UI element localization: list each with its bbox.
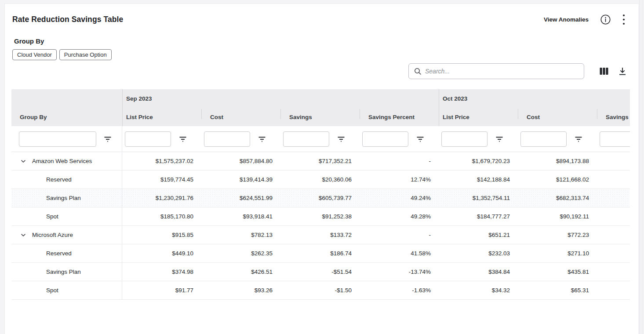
value-cell: $139,414.39: [201, 171, 280, 189]
column-filter-input[interactable]: [441, 131, 488, 147]
value-cell: $159,774.45: [122, 171, 201, 189]
value-cell: -13.74%: [360, 263, 439, 281]
toolbar-icons: [599, 66, 627, 76]
value-cell: [597, 263, 630, 281]
value-cell: $133.72: [280, 226, 360, 244]
column-header[interactable]: Savings Percent: [360, 108, 439, 126]
value-cell: $682,313.74: [518, 189, 597, 207]
group-by-section: Group By Cloud Vendor Purchase Option: [14, 37, 638, 60]
filter-icon[interactable]: [178, 134, 187, 143]
vertical-scrollbar[interactable]: [639, 0, 643, 334]
table-row: Savings Plan$1,230,291.76$624,551.99$605…: [11, 189, 630, 207]
value-cell: -$51.54: [280, 263, 360, 281]
value-cell: $857,884.80: [201, 152, 280, 170]
month-group-label: Sep 2023: [126, 95, 152, 102]
value-cell: $605,739.77: [280, 189, 360, 207]
value-cell: $184,777.27: [439, 207, 518, 225]
value-cell: $262.35: [201, 244, 280, 262]
value-cell: $374.98: [122, 263, 201, 281]
value-cell: [597, 171, 630, 189]
group-by-span-cell: [11, 89, 122, 108]
column-filter-input[interactable]: [204, 131, 250, 147]
column-filter-input[interactable]: [520, 131, 567, 147]
value-cell: 12.74%: [360, 171, 439, 189]
row-label: Spot: [46, 287, 58, 294]
savings-table: Sep 2023Oct 2023 Group By List PriceCost…: [11, 89, 630, 300]
filter-cell: [360, 131, 439, 147]
value-cell: $1,575,237.02: [122, 152, 201, 170]
value-cell: $91.77: [122, 281, 201, 299]
filter-icon[interactable]: [416, 134, 425, 143]
value-cell: [597, 152, 630, 170]
value-cell: -$1.50: [280, 281, 360, 299]
info-icon[interactable]: [600, 14, 611, 25]
value-cell: $90,192.11: [518, 207, 597, 225]
value-cell: $93,918.41: [201, 207, 280, 225]
value-cell: $20,360.06: [280, 171, 360, 189]
column-header[interactable]: Cost: [201, 108, 280, 126]
table-row: Reserved$159,774.45$139,414.39$20,360.06…: [11, 171, 630, 189]
filter-cell: [122, 131, 201, 147]
value-cell: $142,188.84: [439, 171, 518, 189]
row-label: Reserved: [46, 250, 72, 257]
download-icon[interactable]: [618, 66, 627, 76]
row-label: Reserved: [46, 176, 72, 183]
column-filter-input[interactable]: [362, 131, 408, 147]
row-label: Savings Plan: [46, 269, 81, 275]
value-cell: $91,252.38: [280, 207, 360, 225]
row-label: Spot: [46, 213, 58, 220]
chip-purchase-option[interactable]: Purchase Option: [59, 49, 112, 60]
table-header: Sep 2023Oct 2023 Group By List PriceCost…: [11, 89, 630, 126]
card-header: Rate Reduction Savings Table View Anomal…: [5, 4, 638, 25]
column-header[interactable]: List Price: [439, 108, 518, 126]
table-row: Spot$185,170.80$93,918.41$91,252.3849.28…: [11, 207, 630, 226]
value-cell: $449.10: [122, 244, 201, 262]
chevron-down-icon[interactable]: [20, 232, 26, 238]
value-cell: $651.21: [439, 226, 518, 244]
page-title: Rate Reduction Savings Table: [12, 15, 123, 24]
search-box[interactable]: [408, 63, 584, 79]
row-label: Savings Plan: [46, 195, 81, 201]
value-cell: $232.03: [439, 244, 518, 262]
value-cell: $121,668.02: [518, 171, 597, 189]
filter-icon[interactable]: [258, 134, 266, 143]
filter-cell: [597, 131, 630, 147]
column-header[interactable]: Savings: [280, 108, 360, 126]
filter-icon[interactable]: [103, 134, 112, 143]
filter-icon[interactable]: [337, 134, 346, 143]
savings-table-inner: Sep 2023Oct 2023 Group By List PriceCost…: [11, 89, 630, 300]
chevron-down-icon[interactable]: [20, 158, 26, 164]
value-cell: $185,170.80: [122, 207, 201, 225]
filter-icon[interactable]: [495, 134, 504, 143]
month-group-row: Sep 2023Oct 2023: [11, 89, 630, 108]
child-row-cell: Savings Plan: [11, 263, 122, 281]
column-filter-input[interactable]: [19, 131, 96, 147]
column-filter-input[interactable]: [600, 131, 630, 147]
search-input[interactable]: [425, 68, 579, 75]
column-header[interactable]: Savings: [597, 108, 630, 126]
column-header-row: Group By List PriceCostSavingsSavings Pe…: [11, 108, 630, 126]
month-group-header: Oct 2023: [439, 89, 630, 108]
row-label: Amazon Web Services: [32, 158, 92, 164]
chip-cloud-vendor[interactable]: Cloud Vendor: [12, 49, 57, 60]
value-cell: [597, 281, 630, 299]
column-filter-input[interactable]: [125, 131, 171, 147]
value-cell: $1,230,291.76: [122, 189, 201, 207]
month-group-header: Sep 2023: [122, 89, 439, 108]
columns-icon[interactable]: [599, 67, 609, 76]
value-cell: -1.63%: [360, 281, 439, 299]
column-header[interactable]: Cost: [518, 108, 597, 126]
kebab-menu-icon[interactable]: [622, 14, 625, 25]
value-cell: $426.51: [201, 263, 280, 281]
filter-icon[interactable]: [574, 134, 583, 143]
table-row: Reserved$449.10$262.35$186.7441.58%$232.…: [11, 244, 630, 263]
value-cell: $271.10: [518, 244, 597, 262]
child-row-cell: Reserved: [11, 171, 122, 189]
value-cell: -: [360, 152, 439, 170]
value-cell: $186.74: [280, 244, 360, 262]
column-filter-input[interactable]: [283, 131, 329, 147]
filter-cell: [518, 131, 597, 147]
value-cell: $435.81: [518, 263, 597, 281]
column-header[interactable]: List Price: [122, 108, 201, 126]
view-anomalies-button[interactable]: View Anomalies: [544, 16, 589, 23]
